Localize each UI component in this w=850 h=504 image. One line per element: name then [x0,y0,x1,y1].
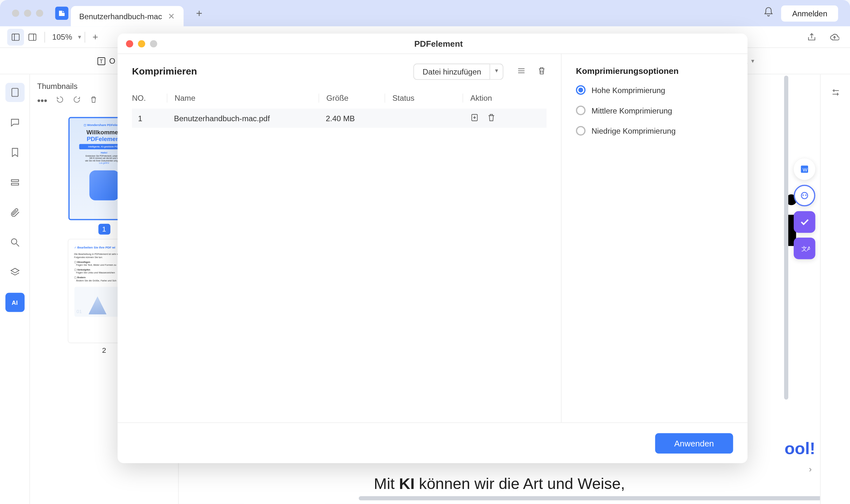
app-logo-icon [55,7,69,20]
fields-rail-icon[interactable] [5,173,24,192]
page-text-line: Mit KI können wir die Art und Weise, [374,474,625,493]
sidebar-toggle-icon[interactable] [7,29,24,46]
svg-rect-7 [11,180,19,182]
horizontal-scrollbar[interactable] [359,496,820,500]
chevron-down-icon[interactable]: ▾ [78,34,81,40]
options-title: Komprimierungsoptionen [576,66,733,75]
col-size: Größe [319,94,384,103]
svg-rect-0 [12,34,19,40]
compression-options-panel: Komprimierungsoptionen Hohe Komprimierun… [562,54,748,422]
panel-toggle-icon[interactable] [24,29,41,46]
svg-rect-6 [12,88,18,96]
export-word-icon[interactable]: W [794,158,815,180]
compress-dialog: PDFelement Komprimieren Datei hinzufügen… [118,34,748,463]
traffic-maximize-icon[interactable] [36,10,43,17]
thumbnails-title: Thumbnails [37,82,77,90]
option-high[interactable]: Hohe Komprimierung [576,85,733,95]
dialog-traffic-lights[interactable] [126,40,157,47]
divider [85,31,85,42]
traffic-minimize-icon[interactable] [24,10,31,17]
layers-rail-icon[interactable] [5,263,24,282]
delete-row-icon[interactable] [486,112,496,124]
svg-text:文A: 文A [801,245,810,252]
check-tool-icon[interactable] [794,211,815,233]
svg-rect-8 [11,183,19,185]
radio-icon [576,85,585,95]
dialog-left-panel: Komprimieren Datei hinzufügen ▾ NO. Name… [118,54,562,422]
rotate-left-icon[interactable] [56,95,64,106]
zoom-value: 105% [49,32,76,41]
traffic-close-icon[interactable] [12,10,19,17]
zoom-in-button[interactable]: + [89,31,102,42]
share-icon[interactable] [803,29,820,46]
col-status: Status [385,94,463,103]
file-table: NO. Name Größe Status Aktion 1 Benutzerh… [132,94,546,128]
login-button[interactable]: Anmelden [781,5,838,21]
app-window: Benutzerhandbuch-mac ✕ + Anmelden 105% ▾… [0,0,850,504]
new-tab-button[interactable]: + [191,5,208,22]
table-header: NO. Name Größe Status Aktion [132,94,546,109]
search-rail-icon[interactable] [5,233,24,252]
document-tab[interactable]: Benutzerhandbuch-mac ✕ [71,6,184,26]
tab-close-icon[interactable]: ✕ [168,12,175,21]
clear-all-icon[interactable] [537,66,546,78]
apply-button[interactable]: Anwenden [655,433,733,453]
add-file-button[interactable]: Datei hinzufügen [414,64,490,80]
dialog-minimize-icon[interactable] [138,40,145,47]
ai-rail-icon[interactable]: AI [5,293,24,312]
settings-icon[interactable] [826,83,845,102]
notifications-icon[interactable] [763,7,774,20]
row-size: 2.40 MB [319,114,384,123]
page-text-fragment: ool! [784,439,815,458]
more-icon[interactable]: ••• [37,95,47,106]
rotate-right-icon[interactable] [73,95,81,106]
option-medium[interactable]: Mittlere Komprimierung [576,106,733,115]
vertical-scrollbar[interactable] [784,75,789,496]
svg-rect-2 [29,34,36,40]
titlebar: Benutzerhandbuch-mac ✕ + Anmelden [0,0,850,26]
option-low[interactable]: Niedrige Komprimierung [576,126,733,136]
page-number-1: 1 [98,224,110,235]
attachments-rail-icon[interactable] [5,203,24,222]
save-file-icon[interactable] [470,112,480,124]
bookmarks-rail-icon[interactable] [5,143,24,162]
floating-tools: W 文A [794,158,815,259]
dialog-maximize-icon[interactable] [150,40,157,47]
ocr-label: O [109,56,115,65]
window-traffic-lights[interactable] [12,10,43,17]
row-no: 1 [132,114,167,123]
col-action: Aktion [463,94,546,103]
svg-text:W: W [803,167,808,173]
tab-title: Benutzerhandbuch-mac [79,12,162,21]
dialog-titlebar: PDFelement [118,34,748,54]
ocr-tool-button[interactable]: T O [96,56,115,67]
dialog-close-icon[interactable] [126,40,133,47]
thumbnails-rail-icon[interactable] [5,83,24,102]
row-name: Benutzerhandbuch-mac.pdf [167,114,319,123]
add-file-dropdown-icon[interactable]: ▾ [490,64,503,80]
svg-point-13 [801,193,808,199]
add-file-control: Datei hinzufügen ▾ [414,64,503,80]
dialog-title: PDFelement [169,39,708,48]
delete-icon[interactable] [89,95,97,106]
chevron-down-icon[interactable]: ▾ [751,57,754,64]
option-label: Niedrige Komprimierung [592,126,676,135]
chevron-right-icon[interactable]: › [809,464,812,474]
svg-line-10 [16,244,19,246]
dialog-footer: Anwenden [118,422,748,463]
translate-tool-icon[interactable]: 文A [794,238,815,259]
zoom-control[interactable]: 105% ▾ [49,32,81,41]
svg-point-14 [802,195,803,196]
option-label: Mittlere Komprimierung [592,106,672,115]
col-name: Name [167,94,319,103]
ai-robot-icon[interactable] [794,185,815,206]
svg-point-15 [805,195,807,196]
svg-point-9 [11,239,17,244]
row-actions [463,112,546,124]
comments-rail-icon[interactable] [5,113,24,132]
list-view-icon[interactable] [517,66,526,78]
table-row[interactable]: 1 Benutzerhandbuch-mac.pdf 2.40 MB [132,109,546,128]
col-no: NO. [132,94,167,103]
divider [44,31,45,42]
cloud-upload-icon[interactable] [826,29,843,46]
